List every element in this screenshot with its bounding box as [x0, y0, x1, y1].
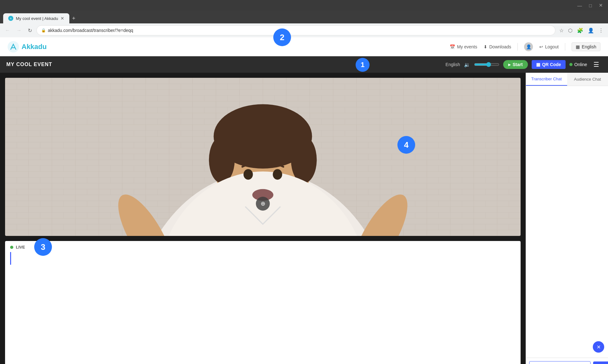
logout-button[interactable]: ↩ Logout: [539, 44, 559, 49]
volume-slider[interactable]: [474, 62, 499, 67]
url-text: akkadu.com/broadcast/transcriber/?e=deqq: [48, 28, 133, 33]
language-label: English: [582, 44, 596, 49]
transcriber-chat-tab[interactable]: Transcriber Chat: [526, 73, 567, 86]
chat-message-input[interactable]: [529, 361, 591, 364]
svg-point-16: [273, 169, 282, 180]
audience-chat-tab[interactable]: Audience Chat: [567, 73, 608, 86]
right-panel: Transcriber Chat Audience Chat ➤ Send ✕: [526, 73, 608, 364]
live-badge: LIVE: [10, 245, 516, 250]
screenshot-icon[interactable]: ⬡: [567, 26, 574, 35]
maximize-button[interactable]: □: [587, 2, 594, 9]
svg-point-0: [8, 41, 19, 52]
nav-divider-2: [565, 43, 565, 51]
scroll-to-bottom-button[interactable]: ✕: [593, 341, 604, 353]
online-badge: Online: [569, 62, 587, 67]
logout-icon: ↩: [539, 44, 543, 49]
hamburger-menu-button[interactable]: ☰: [591, 59, 602, 70]
profile-icon[interactable]: 👤: [586, 26, 595, 35]
chat-tabs: Transcriber Chat Audience Chat: [526, 73, 608, 86]
qr-code-button[interactable]: ▦ QR Code: [532, 60, 566, 69]
event-language-label: English: [446, 62, 460, 67]
lock-icon: 🔒: [41, 28, 46, 33]
nav-divider: [517, 43, 518, 51]
transcription-area: LIVE: [5, 241, 521, 364]
chat-input-area: ➤ Send: [526, 358, 608, 364]
browser-tab[interactable]: A My cool event | Akkadu ✕: [3, 13, 69, 23]
live-dot: [10, 246, 13, 249]
online-dot: [569, 63, 573, 66]
downloads-label: Downloads: [489, 44, 511, 49]
logo-icon: [8, 41, 19, 52]
video-area: ⊕: [5, 78, 521, 236]
back-button[interactable]: ←: [3, 26, 12, 34]
qr-icon: ▦: [536, 62, 540, 67]
event-controls: English 🔉 ▶ Start ▦ QR Code Online ☰: [446, 59, 602, 70]
svg-point-8: [291, 136, 317, 183]
svg-point-15: [244, 169, 253, 180]
reload-button[interactable]: ↻: [26, 26, 34, 35]
browser-actions: ☆ ⬡ 🧩 👤 ⋮: [558, 26, 605, 35]
my-events-link[interactable]: 📅 My events: [450, 44, 477, 49]
forward-button[interactable]: →: [15, 26, 23, 34]
transcription-cursor: [10, 252, 11, 265]
event-bar: MY COOL EVENT English 🔉 ▶ Start ▦ QR Cod…: [0, 56, 608, 73]
chat-messages[interactable]: [526, 86, 608, 358]
event-title: MY COOL EVENT: [6, 62, 52, 67]
send-button[interactable]: ➤ Send: [593, 361, 608, 364]
start-label: Start: [513, 62, 523, 67]
language-button[interactable]: ▦ English: [572, 42, 600, 51]
logout-label: Logout: [545, 44, 559, 49]
my-events-label: My events: [457, 44, 477, 49]
header-nav: 📅 My events ⬇ Downloads 👤 ↩ Logout ▦ Eng…: [450, 42, 600, 51]
svg-point-7: [209, 136, 235, 183]
tab-title: My cool event | Akkadu: [16, 16, 58, 21]
app-header: Akkadu 📅 My events ⬇ Downloads 👤 ↩ Logou…: [0, 37, 608, 56]
online-label: Online: [574, 62, 587, 67]
browser-top-bar: — □ ✕: [0, 0, 608, 11]
video-content: [5, 78, 521, 236]
extensions-icon[interactable]: 🧩: [576, 26, 585, 35]
play-icon: ▶: [508, 63, 511, 66]
calendar-icon: 📅: [450, 44, 455, 49]
logo-text: Akkadu: [22, 43, 47, 51]
main-layout: ⊕ LIVE Transcriber Chat Audience Chat ➤ …: [0, 73, 608, 364]
start-button[interactable]: ▶ Start: [503, 60, 528, 69]
new-tab-button[interactable]: +: [69, 14, 78, 23]
language-icon: ▦: [576, 44, 580, 49]
left-panel: ⊕ LIVE: [0, 73, 526, 364]
logo-area: Akkadu: [8, 41, 47, 52]
downloads-link[interactable]: ⬇ Downloads: [484, 44, 511, 49]
close-button[interactable]: ✕: [597, 2, 605, 9]
tab-favicon: A: [8, 16, 13, 21]
user-profile-icon[interactable]: 👤: [524, 42, 533, 51]
browser-tab-bar: A My cool event | Akkadu ✕ +: [0, 11, 608, 23]
tab-close-button[interactable]: ✕: [60, 16, 64, 21]
browser-controls: ← → ↻ 🔒 akkadu.com/broadcast/transcriber…: [0, 23, 608, 37]
download-icon: ⬇: [484, 44, 487, 49]
video-frame: [5, 78, 521, 236]
live-label: LIVE: [16, 245, 25, 250]
bookmark-icon[interactable]: ☆: [558, 26, 565, 35]
minimize-button[interactable]: —: [575, 2, 584, 9]
move-cursor-icon: ⊕: [256, 197, 270, 211]
qr-label: QR Code: [542, 62, 561, 67]
more-icon[interactable]: ⋮: [597, 26, 605, 35]
volume-icon: 🔉: [464, 62, 470, 68]
address-bar[interactable]: 🔒 akkadu.com/broadcast/transcriber/?e=de…: [36, 25, 555, 35]
